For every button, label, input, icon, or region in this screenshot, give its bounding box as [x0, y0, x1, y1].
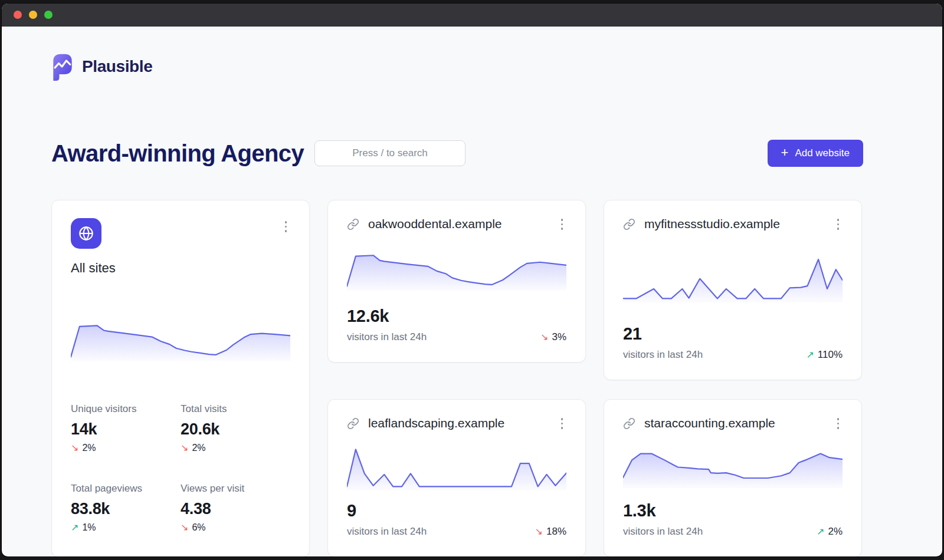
all-sites-chart: [71, 276, 290, 403]
stat-total-visits: Total visits 20.6k ↘ 2%: [181, 403, 290, 453]
site-card-myfitnessstudio[interactable]: myfitnessstudio.example 21 visitors in l…: [604, 200, 862, 380]
site-sparkline-chart: [623, 233, 843, 325]
grid-column-1: All sites Unique visitors 14k ↘ 2%: [51, 200, 310, 556]
link-icon: [623, 417, 635, 430]
brand-logo[interactable]: Plausible: [51, 52, 942, 81]
visitors-value: 1.3k: [623, 501, 843, 521]
visitors-caption: visitors in last 24h: [623, 349, 806, 361]
site-domain: leaflandscaping.example: [368, 416, 504, 430]
change-indicator: ↗ 110%: [806, 349, 843, 361]
site-domain: myfitnessstudio.example: [644, 217, 780, 231]
visitors-caption: visitors in last 24h: [347, 331, 540, 343]
all-sites-card[interactable]: All sites Unique visitors 14k ↘ 2%: [51, 200, 310, 556]
site-sparkline-chart: [347, 432, 566, 502]
change-indicator: ↘ 3%: [540, 331, 566, 343]
card-menu-button[interactable]: [834, 415, 843, 432]
plausible-logo-icon: [51, 52, 74, 81]
change-value: 18%: [546, 526, 566, 538]
change-value: 3%: [552, 331, 566, 343]
change-value: 110%: [818, 349, 843, 361]
card-menu-button[interactable]: [558, 216, 567, 233]
visitors-value: 21: [623, 324, 843, 344]
site-card-leaflandscaping[interactable]: leaflandscaping.example 9 visitors in la…: [327, 399, 586, 556]
site-domain: oakwooddental.example: [368, 217, 502, 231]
visitors-caption: visitors in last 24h: [347, 526, 535, 538]
add-website-label: Add website: [795, 147, 850, 159]
stat-views-per-visit: Views per visit 4.38 ↘ 6%: [181, 483, 290, 533]
card-menu-button[interactable]: [834, 216, 843, 233]
change-value: 2%: [828, 526, 843, 538]
window-titlebar: [2, 4, 942, 27]
trend-down-icon: ↘: [181, 443, 188, 453]
visitors-value: 9: [347, 501, 566, 521]
stat-change: ↘ 2%: [71, 443, 181, 453]
page-title: Award-winning Agency: [51, 140, 304, 167]
stat-change: ↘ 6%: [181, 522, 290, 533]
plus-icon: +: [781, 146, 789, 159]
globe-icon: [71, 218, 101, 249]
all-sites-title: All sites: [71, 261, 290, 276]
site-card-oakwooddental[interactable]: oakwooddental.example 12.6k visitors in …: [327, 200, 586, 363]
page-content: Plausible Award-winning Agency + Add web…: [2, 27, 942, 556]
trend-up-icon: ↗: [71, 523, 78, 532]
trend-up-icon: ↗: [806, 350, 814, 360]
all-sites-stats: Unique visitors 14k ↘ 2% Total visits 20…: [71, 403, 290, 533]
visitors-caption: visitors in last 24h: [623, 526, 817, 538]
stat-total-pageviews: Total pageviews 83.8k ↗ 1%: [71, 483, 181, 533]
change-indicator: ↗ 2%: [817, 526, 843, 538]
add-website-button[interactable]: + Add website: [768, 140, 863, 167]
grid-column-3: myfitnessstudio.example 21 visitors in l…: [604, 200, 862, 556]
trend-down-icon: ↘: [535, 527, 543, 536]
grid-column-2: oakwooddental.example 12.6k visitors in …: [327, 200, 586, 556]
site-sparkline-chart: [347, 233, 566, 307]
card-menu-button[interactable]: [558, 415, 567, 432]
zoom-button[interactable]: [44, 11, 53, 19]
site-domain: staraccounting.example: [644, 416, 775, 430]
close-button[interactable]: [14, 11, 22, 19]
trend-down-icon: ↘: [540, 332, 548, 342]
card-menu-button[interactable]: [281, 218, 291, 235]
change-indicator: ↘ 18%: [535, 526, 566, 538]
trend-down-icon: ↘: [71, 443, 78, 453]
link-icon: [347, 218, 359, 230]
app-window: Plausible Award-winning Agency + Add web…: [2, 4, 942, 556]
visitors-value: 12.6k: [347, 307, 566, 326]
link-icon: [347, 417, 359, 430]
search-input[interactable]: [314, 140, 466, 166]
brand-wordmark: Plausible: [82, 57, 152, 76]
site-card-staraccounting[interactable]: staraccounting.example 1.3k visitors in …: [604, 399, 862, 556]
stat-change: ↗ 1%: [71, 522, 181, 533]
stat-unique-visitors: Unique visitors 14k ↘ 2%: [71, 403, 181, 453]
page-header: Award-winning Agency + Add website: [51, 140, 863, 167]
minimize-button[interactable]: [29, 11, 37, 19]
trend-down-icon: ↘: [181, 523, 188, 532]
link-icon: [623, 218, 635, 230]
trend-up-icon: ↗: [817, 527, 824, 536]
stat-change: ↘ 2%: [181, 443, 290, 453]
site-sparkline-chart: [623, 432, 843, 502]
sites-grid: All sites Unique visitors 14k ↘ 2%: [51, 200, 863, 556]
